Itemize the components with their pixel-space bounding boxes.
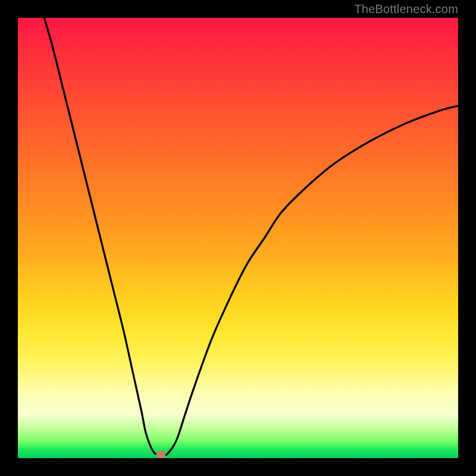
watermark-text: TheBottleneck.com [354, 2, 458, 16]
curve-layer [18, 18, 458, 458]
bottleneck-curve [44, 18, 458, 455]
chart-frame: TheBottleneck.com [0, 0, 476, 476]
marker-dot [156, 451, 166, 458]
plot-area [18, 18, 458, 458]
